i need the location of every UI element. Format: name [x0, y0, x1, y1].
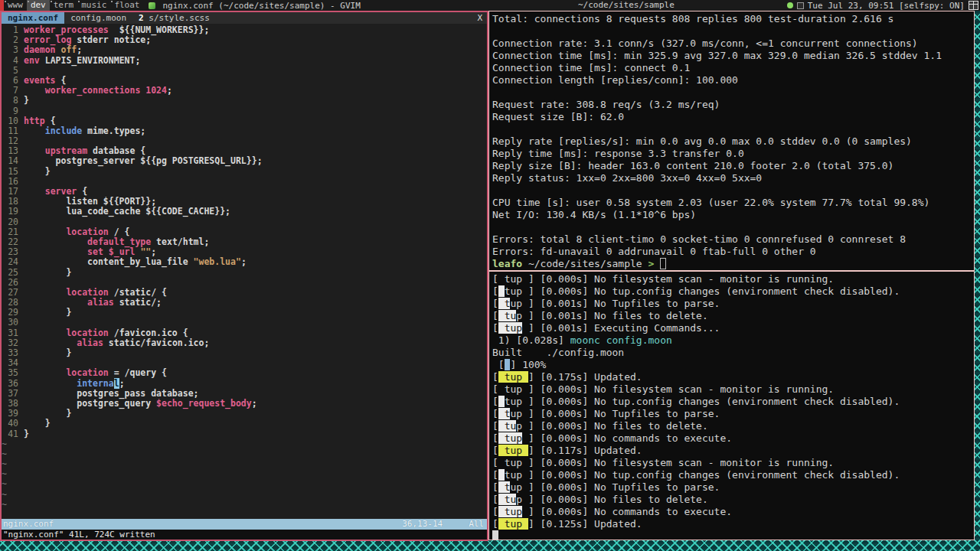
- text-segment-s: "web.lua": [194, 256, 241, 267]
- tab-window-count: 2: [139, 13, 149, 23]
- statusline-scroll-indicator: All: [469, 519, 487, 530]
- text-segment-v: [24, 367, 66, 378]
- grid-icon[interactable]: [969, 1, 978, 10]
- text-segment-w: p ] [0.000s] No files to delete.: [516, 494, 707, 505]
- text-segment-w: ] [0.000s] No commands to execute.: [522, 506, 732, 517]
- vim-code-area[interactable]: 1worker_processes ${{NUM_WORKERS}};2erro…: [2, 24, 487, 519]
- tag-www[interactable]: www: [4, 0, 27, 11]
- text-segment-gt: >: [648, 258, 661, 269]
- terminal-line: Reply rate [replies/s]: min 0.0 avg 0.0 …: [492, 135, 971, 148]
- code-line-19: 19 lua_code_cache ${{CODE_CACHE}};: [2, 207, 487, 217]
- text-segment-v: database {: [87, 145, 145, 156]
- gvim-icon: [149, 2, 155, 9]
- vim-tabline: nginx.confconfig.moon2 s/style.scss X: [2, 12, 487, 24]
- text-segment-v: postgres_query: [24, 398, 156, 409]
- text-segment-hl: tup: [498, 322, 522, 334]
- code-line-14: 14 postgres_server ${{pg POSTGRESQL_URL}…: [2, 156, 487, 166]
- text-segment-v: listen ${{PORT}};: [24, 196, 156, 207]
- text-segment-hl: tup: [498, 432, 522, 444]
- tag-music[interactable]: music: [77, 0, 110, 11]
- text-segment-v: static/favicon.ico;: [103, 337, 209, 348]
- code-line-24: 24 content_by_lua_file "web.lua";: [2, 257, 487, 267]
- text-segment-v: postgres_pass database;: [24, 388, 198, 399]
- text-segment-green: leafo: [492, 258, 528, 269]
- vim-tab-config.moon[interactable]: config.moon: [64, 12, 132, 24]
- terminal-line: [ ] 100%: [492, 359, 971, 371]
- text-segment-v: ;: [151, 246, 156, 257]
- text-segment-v: [103, 246, 109, 257]
- line-number: 15: [2, 167, 18, 177]
- terminal-line: [492, 25, 971, 37]
- text-segment-w: ] 100%: [510, 359, 546, 370]
- terminal-line: Reply size [B]: header 163.0 content 210…: [492, 160, 971, 172]
- text-segment-k: worker_processes: [24, 24, 109, 35]
- text-segment-w: [ tup ] [0.000s] No filesystem scan - mo…: [492, 457, 834, 468]
- code-line-8: 8}: [2, 96, 487, 106]
- terminal-line: Reply status: 1xx=0 2xx=800 3xx=0 4xx=0 …: [492, 172, 971, 184]
- text-segment-kb: server: [45, 186, 77, 197]
- vim-tab-nginx.conf[interactable]: nginx.conf: [2, 12, 64, 24]
- top-status-bar: wwwdevtermmusicfloat nginx.conf (~/code/…: [0, 0, 980, 11]
- code-line-15: 15 }: [2, 167, 487, 177]
- text-segment-kb: upstream: [45, 145, 87, 156]
- text-segment-w: [: [492, 506, 498, 517]
- text-segment-v: [24, 236, 87, 247]
- text-segment-yl: tup: [498, 518, 528, 530]
- line-number: 37: [2, 389, 18, 399]
- terminal-line: Net I/O: 130.4 KB/s (1.1*10^6 bps): [492, 209, 971, 221]
- text-segment-w: ] [0.125s] Updated.: [528, 518, 642, 530]
- terminal-line: [ tup ] [0.000s] No files to delete.: [492, 420, 971, 432]
- terminal-line: Reply time [ms]: response 3.3 transfer 0…: [492, 148, 971, 160]
- text-segment-s: off: [60, 44, 77, 55]
- terminal-line: [ tup ] [0.125s] Updated.: [492, 518, 971, 530]
- text-segment-w: [: [492, 285, 498, 297]
- terminal-line: Connection time [ms]: min 325.9 avg 327.…: [492, 50, 971, 62]
- tag-dev[interactable]: dev: [27, 0, 50, 11]
- terminal-line: [492, 184, 971, 197]
- text-segment-v: }: [24, 429, 29, 439]
- text-segment-k: $echo_request_body: [156, 398, 252, 409]
- terminal-httperf[interactable]: Total: connections 8 requests 808 replie…: [488, 11, 975, 271]
- text-segment-v: stderr notice;: [71, 34, 151, 45]
- line-number: 40: [2, 419, 18, 429]
- text-segment-b: include: [45, 126, 82, 136]
- terminal-line: [ tup ] [0.001s] No files to delete.: [492, 310, 971, 322]
- terminal-line: [ tup ] [0.000s] No commands to execute.: [492, 506, 971, 518]
- text-segment-hl: tup: [498, 506, 522, 517]
- text-segment-kb: events: [24, 75, 56, 86]
- terminal-line: [492, 86, 971, 99]
- code-line-7: 7 worker_connections 1024;: [2, 86, 487, 96]
- terminal-line: [ tup ] [0.117s] Updated.: [492, 445, 971, 457]
- line-number: 20: [2, 217, 18, 227]
- terminal-line: Built ./config.moon: [492, 347, 971, 359]
- text-segment-w: Connection length [replies/conn]: 100.00…: [492, 74, 738, 86]
- text-segment-hl: t: [498, 481, 511, 493]
- text-segment-v: [24, 186, 45, 197]
- empty-line-tilde: ~: [2, 449, 487, 459]
- text-segment-kb: location: [66, 367, 108, 378]
- terminal-line: Connection time [ms]: connect 0.1: [492, 62, 971, 74]
- tag-term[interactable]: term: [50, 0, 78, 11]
- text-segment-v: }: [24, 418, 51, 429]
- terminal-tup[interactable]: [ tup ] [0.000s] No filesystem scan - mo…: [488, 271, 975, 540]
- text-segment-w: Errors: fd-unavail 0 addrunavail 0 ftab-…: [492, 246, 816, 257]
- text-segment-kb: location: [66, 328, 108, 338]
- tag-float[interactable]: float: [110, 0, 143, 11]
- text-segment-v: [24, 145, 45, 156]
- text-segment-w: 1) [0.028s]: [492, 334, 570, 346]
- terminal-line: Errors: fd-unavail 0 addrunavail 0 ftab-…: [492, 246, 971, 258]
- text-segment-yl: tup: [498, 371, 528, 383]
- close-icon[interactable]: X: [472, 12, 487, 24]
- text-segment-hl: [498, 469, 505, 481]
- text-segment-s: "": [140, 246, 151, 257]
- vim-tab-s/style.scss[interactable]: 2 s/style.scss: [132, 12, 216, 24]
- text-segment-k: alias: [87, 297, 114, 308]
- text-segment-w: Connection time [ms]: min 325.9 avg 327.…: [492, 50, 942, 61]
- text-segment-yl: tup: [498, 445, 528, 456]
- terminal-line: [ tup ] [0.000s] No filesystem scan - mo…: [492, 273, 971, 285]
- text-segment-cur: l: [114, 378, 119, 389]
- terminal-line: Errors: total 8 client-timo 0 socket-tim…: [492, 233, 971, 246]
- text-segment-w: tup ] [0.000s] No tup.config changes (en…: [505, 285, 900, 297]
- green-dot-icon: [787, 2, 793, 8]
- status-path: ~/code/sites/sample: [578, 0, 675, 11]
